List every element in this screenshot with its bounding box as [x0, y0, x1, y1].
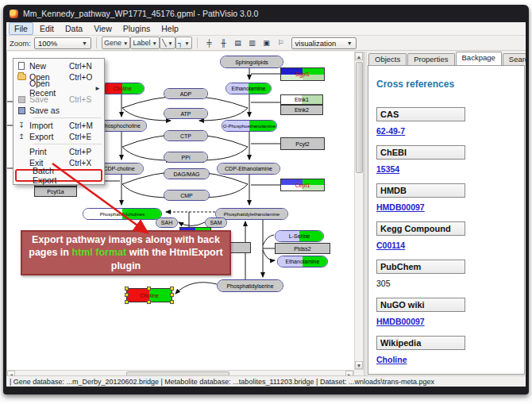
tab-backpage[interactable]: Backpage [456, 52, 502, 65]
align-center-icon[interactable]: ╪ [202, 37, 217, 49]
common-size-icon[interactable]: ▣ [260, 37, 274, 49]
pathway-node-ptdss2[interactable]: Ptdss2 [275, 243, 330, 254]
pathway-node-o-phosphoethanolamine[interactable]: O-Phosphoethanolamine [222, 120, 277, 132]
xref-section: ChEBI15354 [376, 145, 516, 174]
file-menu-item-save-as[interactable]: Save as [13, 105, 104, 116]
pathway-node-cmp[interactable]: CMP [164, 190, 210, 201]
selection-handle[interactable] [125, 287, 129, 290]
selection-handle[interactable] [125, 300, 129, 304]
pathway-node-choline-top[interactable]: Choline [100, 83, 145, 94]
connector-tool-button[interactable]: ┐▼ [175, 37, 192, 49]
file-menu-item-export[interactable]: ↥ExportCtrl+E [13, 131, 104, 142]
pathway-node-ctp[interactable]: CTP [164, 130, 208, 141]
xref-link[interactable]: 15354 [376, 164, 516, 174]
pathway-node-phosphatidylserine[interactable]: Phosphatidylserine [217, 279, 283, 292]
pathway-node-dag-mag[interactable]: DAG/MAG [164, 168, 210, 179]
pathway-node-phosphatidylcholines[interactable]: Phosphatidylcholines [83, 208, 162, 220]
xref-link[interactable]: HMDB00097 [376, 202, 516, 212]
pathway-node-atp[interactable]: ATP [164, 108, 208, 119]
node-label: O-Phosphoethanolamine [222, 121, 276, 131]
tab-search[interactable]: Search [503, 53, 526, 65]
node-label: CMP [164, 190, 209, 200]
file-menu-item-import[interactable]: ↧ImportCtrl+M [13, 120, 104, 131]
menubar-item-data[interactable]: Data [60, 23, 87, 34]
node-label: Etnk2 [281, 106, 322, 114]
stack-horizontal-icon[interactable]: ▤ [231, 37, 245, 49]
pathway-node-sphingolipids[interactable]: Sphingolipids [220, 56, 283, 68]
scroll-down-icon[interactable]: ▼ [355, 361, 363, 369]
pathway-node-choline-selected[interactable]: Choline [126, 288, 172, 302]
scroll-up-icon[interactable]: ▲ [355, 52, 363, 60]
menubar-item-plugins[interactable]: Plugins [118, 23, 155, 34]
xref-title: CAS [376, 107, 465, 121]
xref-link[interactable]: HMDB00097 [376, 317, 516, 326]
datanode-tool-button[interactable]: Gene▼ [102, 37, 130, 49]
pathway-node-pcyt2[interactable]: Pcyt2 [280, 137, 325, 150]
annotation-text-after: with the HtmlExport plugin [111, 247, 223, 271]
menu-item-label: Print [29, 147, 69, 156]
menu-bar: FileEditDataViewPluginsHelp [6, 22, 526, 36]
selection-handle[interactable] [170, 293, 174, 297]
xref-link[interactable]: C00114 [376, 240, 516, 250]
visualization-combobox[interactable]: visualization▼ [291, 37, 357, 49]
disk-icon [13, 96, 29, 103]
submenu-arrow-icon: ► [94, 85, 101, 92]
file-menu-item-open-recent[interactable]: Open Recent► [13, 83, 104, 94]
label-tool-button[interactable]: Label▼ [130, 37, 159, 49]
menubar-item-edit[interactable]: Edit [35, 23, 59, 34]
node-label: Phosphatidylcholines [83, 209, 161, 219]
menu-item-shortcut: Ctrl+N [69, 62, 101, 71]
pathway-node-ethanolamine-top[interactable]: Ethanolamine [226, 83, 272, 94]
menubar-item-help[interactable]: Help [156, 23, 183, 34]
status-text: | Gene database: ...m_Derby_20120602.bri… [10, 378, 434, 386]
node-label: Phosphatidylethanolamine [216, 209, 287, 219]
pathway-node-etnk1[interactable]: Etnk1 [280, 94, 323, 105]
file-menu-item-new[interactable]: NewCtrl+N [13, 60, 104, 71]
pathway-node-etnk2[interactable]: Etnk2 [280, 105, 323, 115]
file-menu-item-batch-export[interactable]: Batch Export [15, 169, 102, 182]
menu-item-shortcut: Ctrl+X [69, 159, 101, 167]
align-middle-icon[interactable]: ╫ [217, 37, 231, 49]
selection-handle[interactable] [125, 293, 129, 297]
tab-properties[interactable]: Properties [407, 53, 454, 65]
page: Mm_Kennedy_pathway_WP1771_45176.gpml - P… [0, 0, 532, 404]
pathway-node-cdp-ethanolamine[interactable]: CDP-Ethanolamine [217, 163, 280, 175]
file-menu-item-save[interactable]: SaveCtrl+S [13, 94, 104, 105]
xref-link[interactable]: Choline [376, 355, 516, 364]
menu-item-shortcut: Ctrl+O [69, 73, 101, 82]
xref-title: NuGO wiki [376, 298, 465, 312]
menubar-item-file[interactable]: File [9, 22, 33, 35]
file-menu: NewCtrl+NOpenCtrl+OOpen Recent►SaveCtrl+… [13, 58, 105, 185]
title-bar[interactable]: Mm_Kennedy_pathway_WP1771_45176.gpml - P… [3, 5, 529, 22]
tool-buttons: Gene▼Label▼╲▼┐▼ [102, 37, 192, 49]
selection-handle[interactable] [147, 287, 151, 290]
pathway-node-cept1[interactable]: Cept1 [280, 179, 325, 191]
highlight-icon[interactable]: ⚐ [274, 37, 288, 49]
pathway-node-adp[interactable]: ADP [164, 88, 208, 99]
pathway-node-sah[interactable]: SAH [156, 217, 178, 228]
xref-section: PubChem305 [376, 260, 516, 288]
vertical-scroll-thumb[interactable] [356, 62, 363, 173]
tab-objects[interactable]: Objects [368, 53, 407, 65]
sidebar-tabs: ObjectsPropertiesBackpageSearchLegend [367, 52, 526, 65]
menubar-item-view[interactable]: View [89, 23, 117, 34]
pathway-node-ppi[interactable]: PPi [164, 152, 208, 163]
xref-link[interactable]: 62-49-7 [376, 126, 516, 136]
pathway-node-sgpl1[interactable]: Sgpl1 [280, 67, 325, 81]
toolbar-separator [197, 37, 198, 48]
stack-vertical-icon[interactable]: ▥ [245, 37, 260, 49]
vertical-scrollbar[interactable]: ▲ ▼ [354, 52, 364, 370]
pathway-node-ethanolamine-bottom[interactable]: Ethanolamine [277, 256, 328, 267]
selection-handle[interactable] [170, 300, 174, 304]
pathway-node-pcyt1a[interactable]: Pcyt1a [34, 187, 77, 197]
zoom-combobox[interactable]: 100%▼ [34, 37, 91, 49]
line-tool-button[interactable]: ╲▼ [160, 37, 175, 49]
icon-buttons: ╪╫▤▥▣⚐ [202, 37, 288, 49]
chevron-down-icon: ▼ [343, 40, 353, 46]
node-label: PPi [164, 152, 207, 162]
menu-item-label: Save [29, 94, 69, 104]
selection-handle[interactable] [170, 287, 174, 290]
file-menu-item-print[interactable]: PrintCtrl+P [13, 146, 104, 157]
selection-handle[interactable] [147, 300, 151, 304]
pathway-node-l-serine[interactable]: L-Serine [275, 230, 324, 242]
